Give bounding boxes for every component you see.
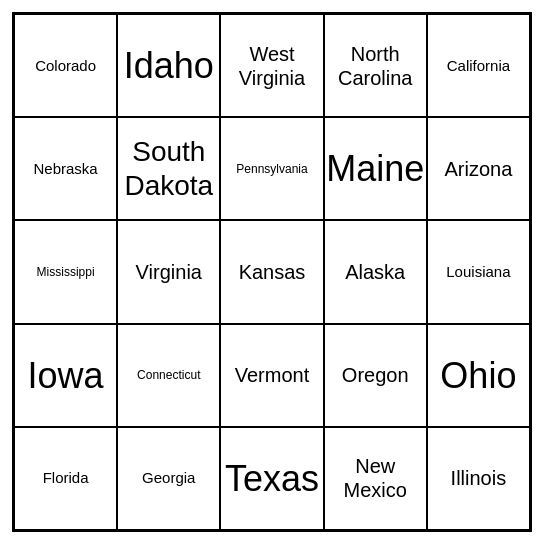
- bingo-cell-13: Alaska: [324, 220, 427, 323]
- cell-label-5: Nebraska: [33, 160, 97, 178]
- cell-label-8: Maine: [326, 147, 424, 190]
- bingo-cell-12: Kansas: [220, 220, 323, 323]
- cell-label-24: Illinois: [451, 466, 507, 490]
- bingo-cell-24: Illinois: [427, 427, 530, 530]
- cell-label-1: Idaho: [124, 44, 214, 87]
- cell-label-15: Iowa: [28, 354, 104, 397]
- bingo-cell-9: Arizona: [427, 117, 530, 220]
- cell-label-0: Colorado: [35, 57, 96, 75]
- bingo-cell-20: Florida: [14, 427, 117, 530]
- cell-label-21: Georgia: [142, 469, 195, 487]
- cell-label-19: Ohio: [440, 354, 516, 397]
- bingo-cell-8: Maine: [324, 117, 427, 220]
- bingo-cell-7: Pennsylvania: [220, 117, 323, 220]
- cell-label-6: South Dakota: [122, 135, 215, 202]
- bingo-cell-21: Georgia: [117, 427, 220, 530]
- cell-label-18: Oregon: [342, 363, 409, 387]
- bingo-cell-1: Idaho: [117, 14, 220, 117]
- bingo-cell-6: South Dakota: [117, 117, 220, 220]
- bingo-cell-2: West Virginia: [220, 14, 323, 117]
- bingo-cell-4: California: [427, 14, 530, 117]
- cell-label-2: West Virginia: [225, 42, 318, 90]
- bingo-cell-5: Nebraska: [14, 117, 117, 220]
- bingo-cell-11: Virginia: [117, 220, 220, 323]
- cell-label-17: Vermont: [235, 363, 309, 387]
- bingo-cell-3: North Carolina: [324, 14, 427, 117]
- bingo-cell-10: Mississippi: [14, 220, 117, 323]
- bingo-cell-22: Texas: [220, 427, 323, 530]
- bingo-cell-0: Colorado: [14, 14, 117, 117]
- cell-label-7: Pennsylvania: [236, 162, 307, 176]
- cell-label-13: Alaska: [345, 260, 405, 284]
- bingo-cell-17: Vermont: [220, 324, 323, 427]
- cell-label-10: Mississippi: [37, 265, 95, 279]
- cell-label-20: Florida: [43, 469, 89, 487]
- bingo-cell-14: Louisiana: [427, 220, 530, 323]
- cell-label-9: Arizona: [444, 157, 512, 181]
- cell-label-3: North Carolina: [329, 42, 422, 90]
- cell-label-14: Louisiana: [446, 263, 510, 281]
- bingo-cell-15: Iowa: [14, 324, 117, 427]
- cell-label-4: California: [447, 57, 510, 75]
- cell-label-11: Virginia: [136, 260, 202, 284]
- bingo-cell-18: Oregon: [324, 324, 427, 427]
- cell-label-16: Connecticut: [137, 368, 200, 382]
- cell-label-23: New Mexico: [329, 454, 422, 502]
- bingo-card: ColoradoIdahoWest VirginiaNorth Carolina…: [12, 12, 532, 532]
- bingo-cell-23: New Mexico: [324, 427, 427, 530]
- cell-label-22: Texas: [225, 457, 319, 500]
- bingo-cell-16: Connecticut: [117, 324, 220, 427]
- bingo-cell-19: Ohio: [427, 324, 530, 427]
- cell-label-12: Kansas: [239, 260, 306, 284]
